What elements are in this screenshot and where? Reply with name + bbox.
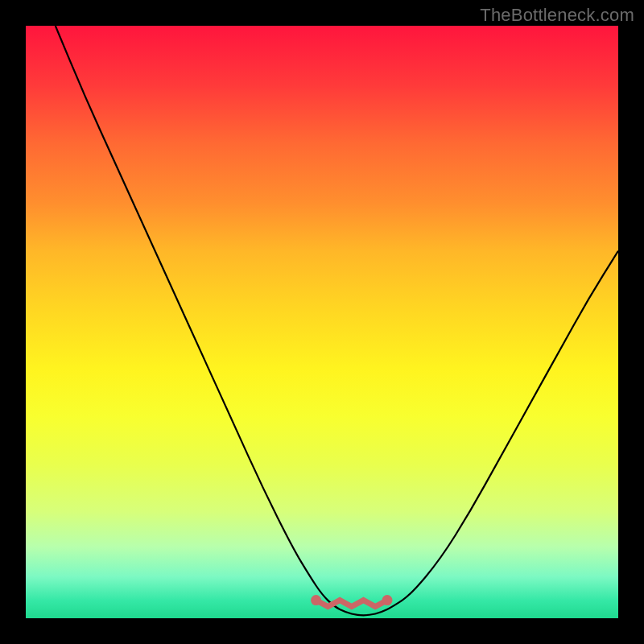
optimal-zone-line bbox=[316, 601, 387, 607]
plot-area bbox=[26, 26, 618, 618]
chart-svg bbox=[26, 26, 618, 618]
bottleneck-curve bbox=[56, 26, 618, 615]
optimal-zone-endpoint bbox=[382, 595, 393, 605]
watermark-text: TheBottleneck.com bbox=[480, 5, 634, 26]
chart-frame: TheBottleneck.com bbox=[0, 0, 644, 644]
optimal-zone-endpoint bbox=[311, 595, 321, 605]
